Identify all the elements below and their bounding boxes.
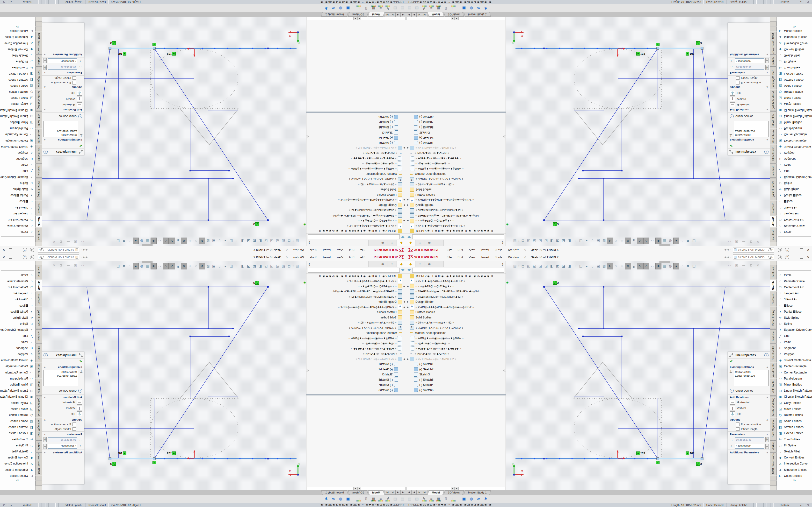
tree-row[interactable]: (-) Sketch5 (306, 125, 406, 130)
doc-tab-motion-study-1[interactable]: Motion Study 1 (321, 12, 349, 17)
tree-filter-input[interactable] (412, 234, 504, 239)
search-input[interactable] (45, 255, 74, 259)
tab-scroll-icon[interactable]: ◀ (411, 12, 417, 17)
parallel-relation-badge[interactable]: ╱ (152, 43, 156, 46)
settings-gear-icon[interactable]: ✱ (482, 495, 489, 502)
tool-trim-entities[interactable]: ✂Trim Entities (777, 436, 812, 442)
add-relations-header[interactable]: Add Relations∧ (42, 108, 84, 113)
checkbox-for-construction[interactable]: For construction (42, 80, 84, 85)
tree-row[interactable]: ▶○ ⋏♟◎✚25◦Ʒ○◦○Ʒ◦52✚◎♟⋏ ○ (306, 218, 406, 224)
tool-scale-entities[interactable]: ◰Scale Entities (0, 83, 35, 89)
collinear-relation-badge[interactable]: ╱ 3 (110, 41, 116, 45)
search-input[interactable] (738, 248, 767, 252)
checkbox-box[interactable] (72, 422, 76, 426)
tool-polygon[interactable]: ◊Polygon (0, 351, 35, 357)
tool-offset-entities[interactable]: ⊏Offset Entities (777, 473, 812, 479)
menu-tools[interactable]: Tools (492, 248, 505, 252)
tab-sketch[interactable]: Sketch (36, 280, 42, 291)
tool-perimeter-circle[interactable]: ◌Perimeter Circle (0, 278, 35, 284)
tool-parallelogram[interactable]: ▱Parallelogram (0, 125, 35, 131)
tree-expand-icon[interactable]: ▶ (406, 300, 410, 303)
tree-expand-icon[interactable]: ▶ (402, 358, 406, 360)
tool-style-spline[interactable]: ∿Style Spline (777, 186, 812, 192)
tree-row[interactable]: ○ ✚Ƨ5Ə°♟○✳◉[○◦○]◉✳○♟°Ə5Ƨ✚ ○ (406, 346, 506, 351)
tool-equation-driven-curve[interactable]: ƒEquation Driven Curve (0, 174, 35, 180)
menu-tools[interactable]: Tools (307, 248, 320, 252)
tool-sketch-fillet[interactable]: ◞Sketch Fillet (777, 448, 812, 454)
panel-tabs-overflow-icon[interactable]: ❯ (500, 240, 506, 246)
checkbox-for-construction[interactable]: For construction (42, 422, 84, 427)
tree-horizontal-scrollbar[interactable]: ◀ ▶ (307, 17, 406, 20)
tab-direct-editing[interactable]: Direct Editing (770, 178, 776, 201)
tool-circular-sketch-pattern[interactable]: ◉Circular Sketch Pattern (0, 107, 35, 113)
folder-options-icon[interactable]: ▱ (475, 495, 482, 502)
panel-tabs-overflow-icon[interactable]: ❯ (306, 261, 312, 267)
tree-row[interactable]: (-) Sketch4 (406, 382, 506, 388)
folder-options-icon[interactable]: ▱ (475, 5, 482, 12)
checkbox-box[interactable] (736, 422, 740, 426)
restore-button[interactable] (800, 256, 803, 259)
tree-row[interactable]: (-) Sketch6 (406, 114, 506, 120)
tree-filter-input[interactable] (308, 268, 400, 273)
existing-relations-header[interactable]: Existing Relations∧ (42, 364, 84, 369)
tab--[interactable]: ⋮ (36, 26, 42, 32)
featuremanager-tab[interactable]: ◆ (397, 261, 406, 267)
tab-weldments[interactable]: Weldments (770, 363, 776, 378)
tab-mbd-dimensions[interactable]: MBD Dimensions (36, 32, 42, 55)
tool-polygon[interactable]: ◊Polygon (0, 150, 35, 156)
tab-mesh-modeling[interactable]: Mesh Modeling (770, 396, 776, 417)
tab-markup[interactable]: Markup (36, 55, 42, 67)
menu-view[interactable]: View (334, 256, 346, 259)
scroll-left-icon[interactable]: ◀ (357, 17, 361, 20)
restore-button[interactable] (800, 248, 803, 251)
units-dropdown[interactable]: Custom▲ (7, 503, 35, 507)
tree-row[interactable]: ▶Design Binder (406, 299, 506, 305)
relation-button-vertical[interactable]: ❘Vertical (42, 405, 84, 411)
relation-button-fix[interactable]: ⚓Fix (728, 411, 770, 417)
tree-row[interactable]: ○ ✚ИN◎♟÷○✳◉[○◦○]◉✳○÷♟◎NИ✚ ○ (406, 166, 506, 172)
more-tools-icon[interactable]: ∨∨ (777, 479, 812, 482)
panel-help-icon[interactable]: ? (764, 150, 768, 154)
tool-circular-sketch-pattern[interactable]: ◉Circular Sketch Pattern (777, 394, 812, 400)
doc-tab-3d-views[interactable]: 3D Views (348, 12, 368, 17)
tab--[interactable]: ⋮ (36, 475, 42, 481)
tree-row[interactable]: (-) Sketch2 (406, 367, 506, 372)
web-globe-icon[interactable]: ◍ (337, 495, 344, 502)
tab--[interactable]: ⋮ (36, 481, 42, 486)
tree-row[interactable]: ○ 25·∩✳♟Am○◦○mA♟✳∩·52 ○ (406, 320, 506, 326)
collinear-relation-badge[interactable]: ╱ 3 (696, 41, 702, 45)
tab-sheet-metal[interactable]: Sheet Metal (36, 145, 42, 163)
tool-segment[interactable]: ∷Segment (777, 156, 812, 162)
checkbox-box[interactable] (72, 76, 76, 80)
add-relations-header[interactable]: Add Relations∧ (42, 394, 84, 399)
angle-input[interactable]: 0.00000000° (48, 444, 77, 449)
tab-features[interactable]: Features (770, 265, 776, 279)
restore-button[interactable] (9, 256, 12, 259)
checkbox-box[interactable] (736, 427, 740, 431)
tool-center-rectangle[interactable]: ▣Center Rectangle (0, 363, 35, 370)
user-account-icon[interactable] (778, 255, 782, 259)
pin-icon[interactable]: ➤ (285, 255, 289, 259)
tool-move-entities[interactable]: ◱Move Entities (0, 406, 35, 412)
grid-system-icon[interactable]: ▦ (370, 495, 377, 502)
displaymanager-tab[interactable]: ◔ (434, 240, 444, 246)
tool-copy-entities[interactable]: ◲Copy Entities (777, 400, 812, 406)
equal-relation-badge[interactable]: = 109 (167, 451, 176, 455)
search-input[interactable] (738, 255, 767, 259)
angle-spinner[interactable]: ▲▼ (44, 58, 47, 63)
relation-button-fix[interactable]: ⚓Fix (728, 90, 770, 96)
tree-row[interactable]: (-) Sketch5 (406, 377, 506, 382)
tool-scale-entities[interactable]: ◰Scale Entities (777, 83, 812, 89)
relation-item[interactable]: Collinear108 (45, 370, 77, 374)
panel-help-icon[interactable]: ? (764, 353, 768, 357)
tree-row[interactable]: ▶Design Binder (306, 203, 406, 208)
relation-item[interactable]: Collinear108 (45, 133, 77, 137)
tree-row[interactable]: ○ 25·∩✳♟Am○◦○mA♟✳∩·52 ○ (306, 182, 406, 187)
tool-circular-sketch-pattern[interactable]: ◉Circular Sketch Pattern (0, 394, 35, 400)
tool-circle[interactable]: ○Circle (777, 272, 812, 278)
tree-row[interactable]: TЯPDL2. ◉ ƎE ◉ Ш ◉ ◦ ◉ ✚ ◉ ⊃⊂ ◉ ƎE ◉ · ◉… (406, 273, 506, 279)
doc-tab-model[interactable]: Model (368, 490, 385, 495)
tree-row[interactable]: ○ 25ƎƐ✚◦♟◎ΛΑΦ○◦○ΦΑΛ◎♟◦✚ƐƎ52 ○ (306, 279, 406, 284)
tree-row[interactable]: ○ 25✚Ǝ25○ИN◎◦✚⊃ϽƎ∩Ǝ25○◦○52Ǝ∩ƎϽ⊂✚◦◎NИ○ (306, 213, 406, 218)
tree-row[interactable]: ○ ✚ИN◎♟÷○✳◉[○◦○]◉✳○÷♟◎NИ✚ ○ (406, 336, 506, 341)
